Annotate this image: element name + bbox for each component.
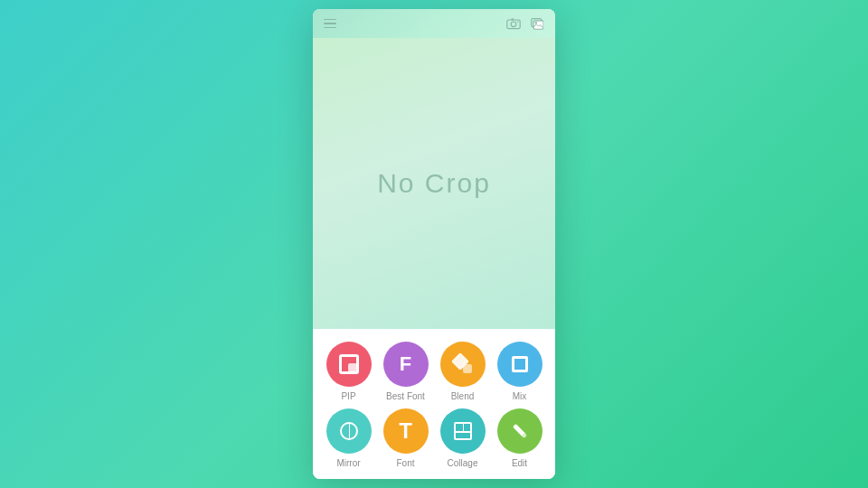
bestfont-icon: F — [400, 352, 411, 376]
phone-container: No Crop PIP F Best Font Blend M — [313, 9, 555, 479]
collage-label: Collage — [448, 458, 478, 468]
edit-label: Edit — [512, 458, 527, 468]
edit-icon — [508, 419, 531, 442]
mirror-circle — [326, 408, 372, 454]
pip-label: PIP — [341, 391, 355, 401]
bestfont-label: Best Font — [386, 391, 425, 401]
gallery-icon[interactable] — [530, 16, 544, 31]
tool-bestfont[interactable]: F Best Font — [379, 342, 432, 401]
mirror-label: Mirror — [336, 458, 360, 468]
font-label: Font — [396, 458, 414, 468]
svg-rect-2 — [511, 18, 514, 20]
toolbar: PIP F Best Font Blend Mix Mirror — [313, 329, 555, 479]
tool-mix[interactable]: Mix — [493, 342, 546, 401]
font-circle: T — [383, 408, 429, 454]
bestfont-circle: F — [383, 342, 429, 387]
app-title: No Crop — [377, 168, 491, 199]
collage-icon — [454, 422, 472, 440]
tool-pip[interactable]: PIP — [322, 342, 375, 401]
blend-circle — [440, 342, 486, 387]
mix-label: Mix — [513, 391, 527, 401]
hamburger-icon[interactable] — [324, 19, 336, 29]
collage-circle — [440, 408, 486, 454]
app-header — [313, 9, 555, 38]
mirror-icon — [340, 422, 358, 440]
header-right — [506, 16, 544, 31]
edit-circle — [497, 408, 542, 454]
blend-icon — [454, 355, 472, 373]
pip-circle — [326, 342, 372, 387]
canvas-area: No Crop — [313, 38, 555, 329]
camera-icon[interactable] — [506, 16, 521, 31]
svg-rect-5 — [533, 21, 543, 29]
header-left — [324, 19, 336, 29]
blend-label: Blend — [451, 391, 475, 401]
svg-point-1 — [511, 22, 516, 27]
gallery-icon-svg — [531, 17, 543, 30]
pip-icon — [339, 354, 359, 374]
tool-mirror[interactable]: Mirror — [322, 408, 375, 468]
svg-point-3 — [517, 21, 519, 23]
svg-point-6 — [535, 22, 537, 23]
tool-collage[interactable]: Collage — [436, 408, 489, 468]
tool-blend[interactable]: Blend — [436, 342, 489, 401]
mix-icon — [512, 356, 528, 372]
tool-edit[interactable]: Edit — [493, 408, 546, 468]
camera-icon-svg — [506, 17, 521, 30]
mix-circle — [497, 342, 542, 387]
font-icon: T — [399, 418, 412, 444]
tool-font[interactable]: T Font — [379, 408, 432, 468]
